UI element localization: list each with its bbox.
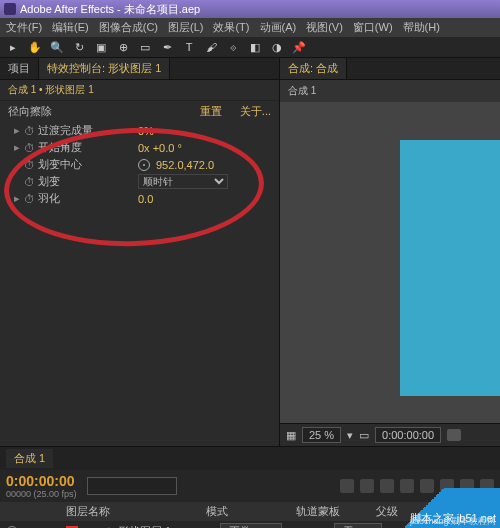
twirl-icon[interactable]: ▸: [14, 124, 24, 137]
brush-tool-icon[interactable]: 🖌: [204, 40, 218, 54]
menu-animation[interactable]: 动画(A): [260, 20, 297, 35]
twirl-icon[interactable]: ▸: [14, 141, 24, 154]
viewer-footer: ▦ 25 % ▾ ▭ 0:00:00:00: [280, 423, 500, 446]
shape-tool-icon[interactable]: ▭: [138, 40, 152, 54]
watermark-subtext: jiaocheng.刷本教程网: [410, 515, 496, 528]
stopwatch-icon[interactable]: ⏱: [24, 176, 38, 188]
blend-mode-dropdown[interactable]: 正常: [220, 523, 282, 528]
tab-composition[interactable]: 合成: 合成: [280, 58, 347, 79]
timeline-tabs: 合成 1: [0, 447, 500, 470]
prop-feather: ▸ ⏱ 羽化 0.0: [0, 190, 279, 207]
timeline-tab-comp1[interactable]: 合成 1: [6, 449, 53, 468]
eraser-tool-icon[interactable]: ◧: [248, 40, 262, 54]
effect-breadcrumb: 合成 1 • 形状图层 1: [0, 80, 279, 101]
prop-wipe: ⏱ 划变 顺时针: [0, 173, 279, 190]
effect-reset-button[interactable]: 重置: [200, 104, 222, 119]
resolution-icon[interactable]: ▭: [359, 429, 369, 442]
menu-effect[interactable]: 效果(T): [213, 20, 249, 35]
hand-tool-icon[interactable]: ✋: [28, 40, 42, 54]
effect-header: 径向擦除 重置 关于...: [0, 101, 279, 122]
effect-controls-panel: 项目 特效控制台: 形状图层 1 合成 1 • 形状图层 1 径向擦除 重置 关…: [0, 58, 280, 446]
prop-transition-completion: ▸ ⏱ 过渡完成量 0%: [0, 122, 279, 139]
menu-layer[interactable]: 图层(L): [168, 20, 203, 35]
layer-name[interactable]: 形状图层 1: [118, 524, 216, 528]
roto-tool-icon[interactable]: ◑: [270, 40, 284, 54]
camera-tool-icon[interactable]: ▣: [94, 40, 108, 54]
type-tool-icon[interactable]: T: [182, 40, 196, 54]
prop-dropdown[interactable]: 顺时针: [138, 174, 228, 189]
effect-about-button[interactable]: 关于...: [240, 104, 271, 119]
parent-dropdown[interactable]: 无: [334, 523, 382, 528]
prop-label: 划变中心: [38, 157, 138, 172]
shape-layer-preview: [400, 140, 500, 396]
fps-display: 00000 (25.00 fps): [6, 489, 77, 499]
col-switches: [6, 504, 46, 519]
menu-edit[interactable]: 编辑(E): [52, 20, 89, 35]
footer-timecode[interactable]: 0:00:00:00: [375, 427, 441, 443]
left-tabs: 项目 特效控制台: 形状图层 1: [0, 58, 279, 80]
rotate-tool-icon[interactable]: ↻: [72, 40, 86, 54]
clone-tool-icon[interactable]: ⟐: [226, 40, 240, 54]
menu-view[interactable]: 视图(V): [306, 20, 343, 35]
menu-composition[interactable]: 图像合成(C): [99, 20, 158, 35]
menubar: 文件(F) 编辑(E) 图像合成(C) 图层(L) 效果(T) 动画(A) 视图…: [0, 18, 500, 37]
comp-mini-flowchart-icon[interactable]: [340, 479, 354, 493]
chevron-down-icon[interactable]: ▾: [347, 429, 353, 442]
prop-label: 划变: [38, 174, 138, 189]
zoom-selector[interactable]: 25 %: [302, 427, 341, 443]
draft3d-icon[interactable]: [360, 479, 374, 493]
app-logo: [4, 3, 16, 15]
prop-label: 羽化: [38, 191, 138, 206]
main-area: 项目 特效控制台: 形状图层 1 合成 1 • 形状图层 1 径向擦除 重置 关…: [0, 58, 500, 446]
camera-icon[interactable]: [447, 429, 461, 441]
watermark: 脚本之家 jb51.net jiaocheng.刷本教程网: [380, 488, 500, 528]
prop-label: 过渡完成量: [38, 123, 138, 138]
grid-icon[interactable]: ▦: [286, 429, 296, 442]
stopwatch-icon[interactable]: ⏱: [24, 142, 38, 154]
menu-window[interactable]: 窗口(W): [353, 20, 393, 35]
col-mode: 模式: [206, 504, 276, 519]
pen-tool-icon[interactable]: ✒: [160, 40, 174, 54]
stopwatch-icon[interactable]: ⏱: [24, 125, 38, 137]
prop-value[interactable]: 952.0,472.0: [156, 159, 214, 171]
crosshair-icon[interactable]: [138, 159, 150, 171]
effect-name[interactable]: 径向擦除: [8, 104, 182, 119]
prop-wipe-center: ⏱ 划变中心 952.0,472.0: [0, 156, 279, 173]
tab-project[interactable]: 项目: [0, 58, 39, 79]
anchor-tool-icon[interactable]: ⊕: [116, 40, 130, 54]
toolbar: ▸ ✋ 🔍 ↻ ▣ ⊕ ▭ ✒ T 🖌 ⟐ ◧ ◑ 📌: [0, 37, 500, 58]
layer-search-input[interactable]: [87, 477, 177, 495]
right-tabs: 合成: 合成: [280, 58, 500, 80]
comp-breadcrumb: 合成 1: [280, 80, 500, 102]
stopwatch-icon[interactable]: ⏱: [24, 193, 38, 205]
selection-tool-icon[interactable]: ▸: [6, 40, 20, 54]
prop-value[interactable]: 0.0: [138, 193, 153, 205]
puppet-tool-icon[interactable]: 📌: [292, 40, 306, 54]
stopwatch-icon[interactable]: ⏱: [24, 159, 38, 171]
tab-effect-controls[interactable]: 特效控制台: 形状图层 1: [39, 58, 170, 79]
twirl-icon[interactable]: ▸: [14, 192, 24, 205]
zoom-tool-icon[interactable]: 🔍: [50, 40, 64, 54]
col-trackmatte: 轨道蒙板: [296, 504, 356, 519]
col-layername: 图层名称: [66, 504, 186, 519]
app-title: Adobe After Effects - 未命名项目.aep: [20, 2, 200, 17]
composition-viewer[interactable]: [280, 102, 500, 423]
prop-start-angle: ▸ ⏱ 开始角度 0x +0.0 °: [0, 139, 279, 156]
prop-label: 开始角度: [38, 140, 138, 155]
prop-value[interactable]: 0x +0.0 °: [138, 142, 182, 154]
menu-file[interactable]: 文件(F): [6, 20, 42, 35]
current-timecode[interactable]: 0:00:00:00: [6, 473, 77, 489]
menu-help[interactable]: 帮助(H): [403, 20, 440, 35]
prop-value[interactable]: 0%: [138, 125, 154, 137]
composition-panel: 合成: 合成 合成 1 ▦ 25 % ▾ ▭ 0:00:00:00: [280, 58, 500, 446]
titlebar: Adobe After Effects - 未命名项目.aep: [0, 0, 500, 18]
